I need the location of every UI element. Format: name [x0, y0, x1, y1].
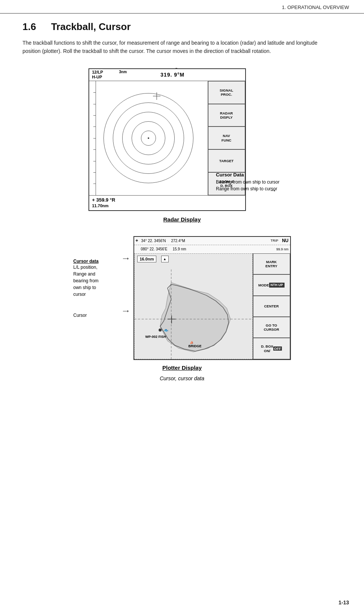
plotter-cursor-data-label: Cursor data [73, 259, 99, 264]
plotter-lat2: 080° 22. 3456'E [141, 247, 168, 251]
plotter-nu: NU [282, 238, 288, 243]
target-button[interactable]: TARGET [208, 149, 245, 172]
radar-rings-area [89, 81, 208, 195]
radar-center-dot [148, 137, 149, 139]
plotter-map-area: 16.0nm ▲ [134, 253, 253, 359]
radar-bottom-bar: + 359.9 °R 11.70nm [89, 195, 245, 210]
plotter-cursor-label: Cursor [73, 313, 87, 318]
cursor-label-arrow-plotter [123, 308, 129, 314]
radar-display-label: Radar Display [163, 216, 201, 223]
plotter-sidebar: MARKENTRY MODENTH UP CENTER GO TOCURSOR … [253, 253, 290, 359]
plotter-left-annotation: Cursor data L/L position, Range and bear… [73, 236, 126, 318]
radar-section: Cursor 12/LP H-UP 3nm 319. 9°M [22, 67, 342, 229]
plotter-trip: TRIP [271, 239, 279, 242]
center-button[interactable]: CENTER [253, 296, 290, 317]
radar-rings [100, 89, 197, 187]
svg-marker-1 [274, 190, 275, 192]
plotter-display: + 34° 22. 3456'N 272.4°M TRIP NU 080° 22… [133, 236, 291, 360]
plotter-dist2: 15.9 nm [172, 247, 186, 251]
radar-heading-mode: H-UP [92, 75, 103, 80]
radar-top-bar: 12/LP H-UP 3nm 319. 9°M [89, 69, 245, 81]
cursor-data-line1: Bearing from own ship to cursor [216, 179, 279, 185]
dbox-onoff-button[interactable]: D. BOXON/OFF [253, 338, 290, 359]
svg-point-11 [159, 328, 162, 331]
page-number: 1-13 [339, 599, 349, 605]
plotter-dist-top: 99.9 nm [276, 247, 289, 251]
cursor-data-arrow [271, 188, 275, 193]
section-number: 1.6 [22, 21, 36, 33]
signal-proc-button[interactable]: SIGNALPROC. [208, 81, 245, 104]
radar-bottom-bearing: + 359.9 °R 11.70nm [92, 197, 115, 208]
nav-func-button[interactable]: NAVFUNC [208, 127, 245, 149]
radar-range-mode: 12/LP [92, 70, 103, 75]
plotter-wp-label: WP-002 FISH [145, 335, 166, 339]
section-heading: Trackball, Cursor [51, 21, 130, 33]
plotter-display-label: Plotter Display [162, 364, 202, 371]
plotter-cursor-data-desc: L/L position, Range and bearing from own… [73, 264, 99, 298]
plotter-section: Cursor data L/L position, Range and bear… [22, 236, 342, 381]
go-to-cursor-button[interactable]: GO TOCURSOR [253, 317, 290, 338]
cursor-data-arrow-plotter [123, 256, 129, 262]
mode-button[interactable]: MODENTH UP [253, 274, 290, 295]
page-header: 1. OPERATIONAL OVERVIEW [0, 0, 364, 14]
mark-entry-button[interactable]: MARKENTRY [253, 253, 290, 274]
radar-cursor-crosshair [153, 92, 160, 100]
radar-disply-button[interactable]: RADARDISPLY [208, 104, 245, 127]
plotter-outer: Cursor data L/L position, Range and bear… [73, 236, 291, 360]
plotter-bridge-label: BRIDGE [189, 344, 202, 348]
svg-text:🐟: 🐟 [164, 328, 169, 333]
cursor-data-line2: Range from own ship to cursor [216, 185, 279, 192]
header-title: 1. OPERATIONAL OVERVIEW [282, 5, 349, 10]
plotter-caption: Cursor, cursor data [160, 375, 204, 381]
svg-marker-5 [127, 310, 129, 312]
radar-range-value: 3nm [119, 70, 127, 74]
cursor-data-annotation: Cursor Data Bearing from own ship to cur… [216, 171, 279, 192]
section-title: 1.6 Trackball, Cursor [22, 21, 342, 33]
cursor-data-label: Cursor Data [216, 171, 279, 179]
plotter-top-row1: + 34° 22. 3456'N 272.4°M TRIP NU [134, 237, 290, 245]
plotter-top-row2: 080° 22. 3456'E 15.9 nm 99.9 nm [134, 245, 290, 253]
plotter-lat1: 34° 22. 3456'N [141, 239, 166, 243]
radar-top-left: 12/LP H-UP [92, 70, 103, 80]
plotter-land-svg: 🐟 ⛵ [134, 253, 253, 359]
section-body: The trackball functions to shift the cur… [22, 39, 330, 56]
page-content: 1.6 Trackball, Cursor The trackball func… [0, 14, 364, 396]
plotter-plus: + [136, 238, 138, 243]
plotter-bearing-top: 272.4°M [171, 239, 185, 243]
svg-marker-3 [127, 258, 129, 260]
